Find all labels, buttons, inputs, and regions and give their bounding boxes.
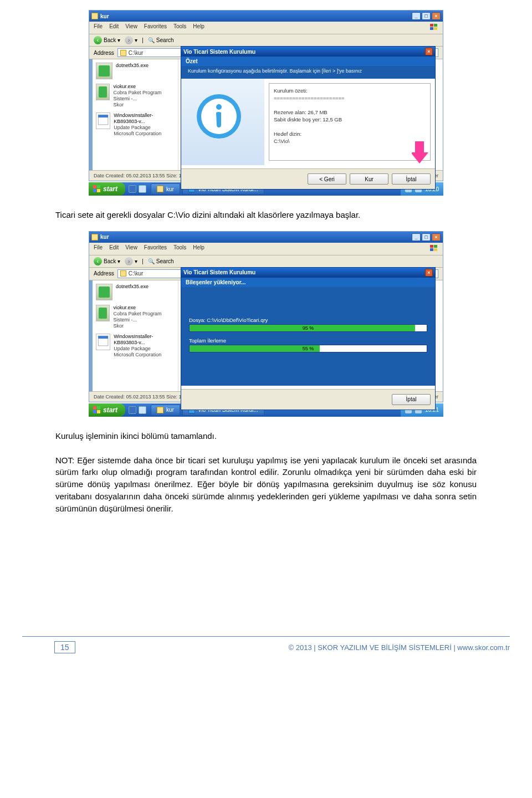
search-button[interactable]: 🔍 Search bbox=[148, 37, 174, 43]
maximize-button[interactable]: □ bbox=[422, 12, 431, 20]
menu-edit[interactable]: Edit bbox=[109, 244, 119, 253]
taskbar-item-kur[interactable]: kur bbox=[151, 405, 180, 416]
exe-icon bbox=[96, 305, 110, 321]
menu-view[interactable]: View bbox=[125, 23, 137, 32]
search-icon: 🔍 bbox=[148, 37, 155, 43]
back-button[interactable]: ‹ Back ▾ bbox=[94, 257, 120, 265]
file-item[interactable]: viokur.exe Cobra Paket Program Sistemi -… bbox=[96, 84, 175, 108]
close-button[interactable]: × bbox=[425, 269, 433, 277]
svg-rect-15 bbox=[430, 248, 433, 251]
screenshot-2: kur _ □ × File Edit View Favorites Tools… bbox=[89, 231, 443, 417]
nav-toolbar: ‹ Back ▾ › ▾ | 🔍 Search bbox=[89, 255, 443, 268]
cancel-button[interactable]: İptal bbox=[392, 394, 431, 405]
search-icon: 🔍 bbox=[148, 258, 155, 264]
back-button[interactable]: ‹ Back ▾ bbox=[94, 36, 120, 44]
page-footer: 15 © 2013 | SKOR YAZILIM VE BİLİŞİM SİST… bbox=[22, 636, 510, 670]
cancel-button[interactable]: İptal bbox=[392, 173, 431, 185]
maximize-button[interactable]: □ bbox=[422, 233, 431, 241]
svg-rect-22 bbox=[97, 410, 100, 413]
installer-dialog: Vio Ticari Sistem Kurulumu × Özet Kurulu… bbox=[181, 46, 436, 190]
close-button[interactable]: × bbox=[425, 48, 433, 55]
footer-copy: © 2013 | SKOR YAZILIM VE BİLİŞİM SİSTEML… bbox=[289, 643, 510, 652]
explorer-titlebar[interactable]: kur _ □ × bbox=[89, 11, 443, 22]
start-button[interactable]: start bbox=[89, 182, 125, 196]
msi-icon bbox=[96, 112, 110, 129]
file-progress-percent: 95 % bbox=[190, 325, 427, 331]
quick-launch bbox=[125, 185, 150, 193]
svg-rect-3 bbox=[434, 27, 437, 30]
close-button[interactable]: × bbox=[432, 233, 441, 241]
file-progress-bar: 95 % bbox=[189, 324, 427, 332]
total-progress-percent: 55 % bbox=[190, 345, 427, 352]
taskbar-item-kur[interactable]: kur bbox=[151, 183, 180, 195]
installer-graphic-panel bbox=[181, 79, 264, 165]
folder-icon bbox=[120, 270, 126, 277]
start-button[interactable]: start bbox=[89, 403, 125, 417]
minimize-button[interactable]: _ bbox=[412, 233, 421, 241]
svg-point-8 bbox=[216, 104, 222, 110]
dropdown-icon: ▾ bbox=[117, 37, 120, 43]
nav-toolbar: ‹ Back ▾ › ▾ | 🔍 Search bbox=[89, 34, 443, 47]
folder-icon bbox=[157, 407, 163, 413]
desktop-icon[interactable] bbox=[139, 406, 146, 414]
paragraph-1: Ticari sete ait gerekli dosyalar C:\Vio … bbox=[55, 209, 477, 221]
menu-tools[interactable]: Tools bbox=[173, 23, 186, 32]
file-item[interactable]: WindowsInstaller-KB893803-v... Update Pa… bbox=[96, 112, 175, 137]
ie-icon[interactable] bbox=[129, 406, 136, 414]
svg-rect-13 bbox=[430, 245, 433, 248]
svg-rect-10 bbox=[97, 185, 100, 188]
file-item[interactable]: dotnetfx35.exe bbox=[96, 63, 175, 79]
dropdown-icon: ▾ bbox=[117, 258, 120, 264]
ie-icon[interactable] bbox=[129, 185, 136, 193]
address-value: C:\kur bbox=[129, 270, 144, 277]
progress-panel: Dosya: C:\Vio\DbDef\VioTicari.qry 95 % T… bbox=[181, 287, 435, 386]
back-arrow-icon: ‹ bbox=[94, 257, 102, 265]
dropdown-icon: ▾ bbox=[135, 258, 137, 264]
msi-icon bbox=[96, 334, 110, 350]
menu-help[interactable]: Help bbox=[193, 244, 204, 253]
menu-edit[interactable]: Edit bbox=[109, 23, 119, 32]
menu-file[interactable]: File bbox=[94, 23, 103, 32]
installer-title: Vio Ticari Sistem Kurulumu bbox=[183, 269, 255, 275]
dropdown-icon: ▾ bbox=[135, 37, 137, 43]
desktop-icon[interactable] bbox=[139, 185, 146, 193]
folder-icon bbox=[157, 186, 163, 192]
installer-title: Vio Ticari Sistem Kurulumu bbox=[183, 49, 255, 55]
back-button[interactable]: < Geri bbox=[308, 173, 346, 185]
svg-rect-19 bbox=[93, 406, 96, 410]
install-button[interactable]: Kur bbox=[350, 173, 388, 185]
forward-button[interactable]: › ▾ bbox=[125, 257, 137, 265]
separator: | bbox=[142, 258, 144, 264]
forward-arrow-icon: › bbox=[125, 257, 133, 265]
file-item[interactable]: viokur.exe Cobra Paket Program Sistemi -… bbox=[96, 305, 175, 329]
file-item[interactable]: WindowsInstaller-KB893803-v... Update Pa… bbox=[96, 334, 175, 358]
menu-file[interactable]: File bbox=[94, 244, 103, 253]
file-item[interactable]: dotnetfx35.exe bbox=[96, 284, 175, 300]
search-button[interactable]: 🔍 Search bbox=[148, 258, 174, 264]
quick-launch bbox=[125, 406, 150, 414]
window-title: kur bbox=[100, 13, 109, 19]
minimize-button[interactable]: _ bbox=[412, 12, 421, 20]
explorer-titlebar[interactable]: kur _ □ × bbox=[89, 232, 443, 243]
forward-button[interactable]: › ▾ bbox=[125, 36, 137, 44]
svg-rect-12 bbox=[97, 189, 100, 192]
menu-view[interactable]: View bbox=[125, 244, 137, 253]
total-progress-bar: 55 % bbox=[189, 345, 427, 352]
exe-icon bbox=[96, 63, 112, 79]
menu-favorites[interactable]: Favorites bbox=[144, 244, 167, 253]
close-button[interactable]: × bbox=[432, 12, 441, 20]
paragraph-2: Kuruluş işleminin ikinci bölümü tamamlan… bbox=[55, 430, 477, 442]
explorer-window: kur _ □ × File Edit View Favorites Tools… bbox=[89, 10, 443, 181]
menu-tools[interactable]: Tools bbox=[173, 244, 186, 253]
svg-rect-21 bbox=[93, 410, 96, 413]
svg-rect-14 bbox=[434, 245, 437, 248]
installer-button-row: İptal bbox=[181, 389, 435, 410]
svg-rect-11 bbox=[93, 189, 96, 192]
installer-button-row: < Geri Kur İptal bbox=[181, 168, 435, 189]
exe-icon bbox=[96, 284, 112, 300]
menu-help[interactable]: Help bbox=[193, 23, 204, 32]
current-file-label: Dosya: C:\Vio\DbDef\VioTicari.qry bbox=[189, 317, 427, 323]
screenshot-1: kur _ □ × File Edit View Favorites Tools… bbox=[89, 10, 443, 196]
address-label: Address bbox=[94, 270, 114, 277]
menu-favorites[interactable]: Favorites bbox=[144, 23, 167, 32]
